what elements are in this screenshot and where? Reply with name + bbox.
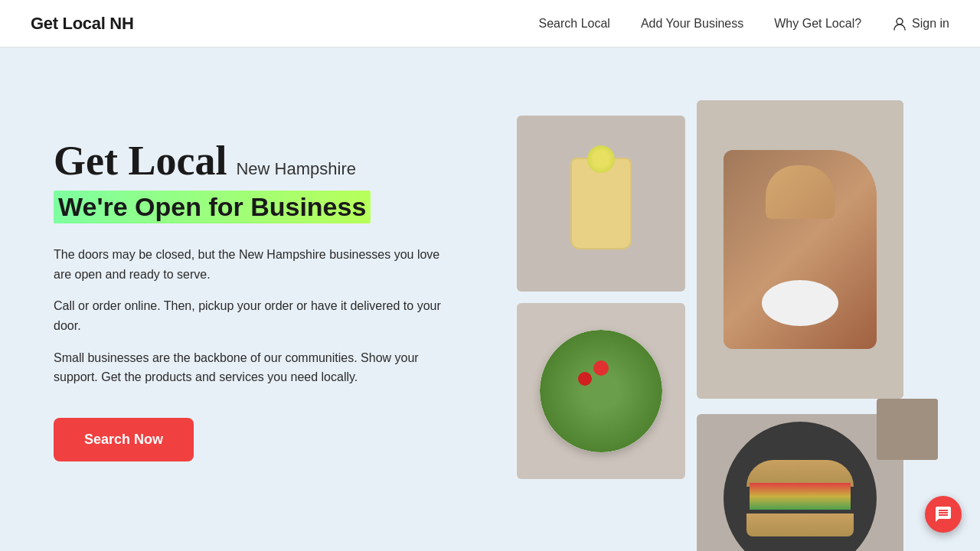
- navbar: Get Local NH Search Local Add Your Busin…: [0, 0, 980, 47]
- hero-left: Get Local New Hampshire We're Open for B…: [54, 137, 498, 461]
- paragraph-1: The doors may be closed, but the New Ham…: [54, 245, 452, 284]
- food-image-sandwich: [697, 414, 903, 551]
- nav-links: Search Local Add Your Business Why Get L…: [539, 16, 949, 31]
- food-image-drink: [517, 116, 685, 292]
- site-logo: Get Local NH: [31, 14, 134, 34]
- chat-icon: [934, 505, 952, 523]
- nav-why-get-local[interactable]: Why Get Local?: [774, 17, 861, 31]
- user-icon: [892, 16, 907, 31]
- tagline-text: We're Open for Business: [54, 191, 371, 223]
- main-content: Get Local New Hampshire We're Open for B…: [0, 47, 980, 551]
- headline-sub: New Hampshire: [236, 159, 356, 179]
- image-grid: [517, 100, 915, 498]
- nav-signin[interactable]: Sign in: [892, 16, 949, 31]
- nav-search-local[interactable]: Search Local: [539, 17, 610, 31]
- food-image-bread: [697, 100, 903, 399]
- nav-add-business[interactable]: Add Your Business: [641, 17, 743, 31]
- signin-label: Sign in: [912, 17, 949, 31]
- svg-point-0: [897, 18, 903, 24]
- tagline: We're Open for Business: [54, 191, 467, 245]
- headline-main: Get Local: [54, 137, 227, 184]
- paragraph-2: Call or order online. Then, pickup your …: [54, 296, 452, 335]
- food-image-nuts: [877, 399, 938, 460]
- search-now-button[interactable]: Search Now: [54, 418, 194, 461]
- food-image-salad: [517, 303, 685, 479]
- paragraph-3: Small businesses are the backbone of our…: [54, 348, 452, 387]
- hero-image-collage: [498, 47, 934, 551]
- headline: Get Local New Hampshire: [54, 137, 467, 184]
- chat-button[interactable]: [925, 496, 962, 533]
